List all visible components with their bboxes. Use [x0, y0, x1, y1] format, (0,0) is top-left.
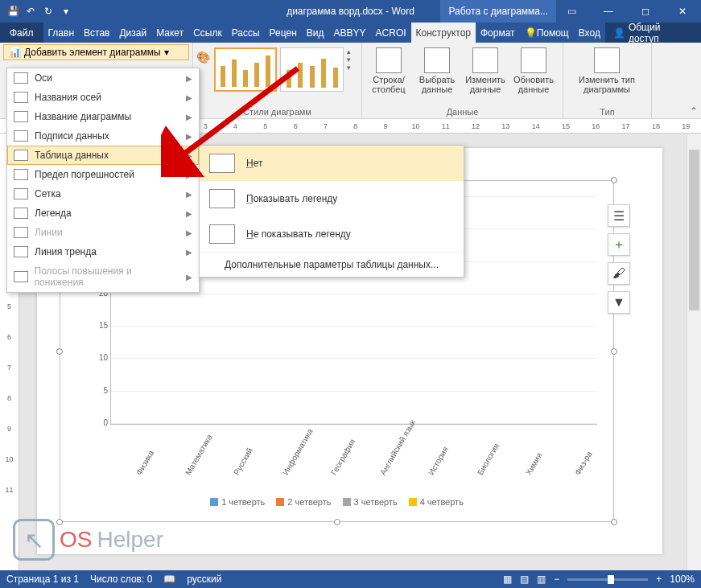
chart-layout-button[interactable]: ☰ — [608, 204, 630, 227]
color-swatch-icon[interactable]: 🎨 — [196, 51, 211, 64]
chart-legend: 1 четверть2 четверть3 четверть4 четверть — [68, 497, 605, 507]
submenu-item[interactable]: Нет — [200, 146, 464, 181]
sign-in[interactable]: Вход — [574, 23, 605, 43]
styles-more-icon[interactable]: ▾ — [347, 64, 358, 72]
tab-acrobat[interactable]: ACROI — [371, 23, 411, 43]
chart-style-button[interactable]: 🖌 — [608, 262, 630, 285]
menu-item-icon — [14, 72, 28, 84]
menu-item-label: Название диаграммы — [35, 111, 131, 122]
menu-item[interactable]: Линия тренда▶ — [7, 242, 199, 261]
submenu-arrow-icon: ▶ — [186, 171, 192, 179]
menu-item-icon — [14, 150, 28, 161]
tab-view[interactable]: Вид — [302, 23, 329, 43]
collapse-ribbon-icon[interactable]: ⌃ — [690, 105, 698, 117]
menu-item-label: Легенда — [35, 208, 72, 219]
menu-item[interactable]: Сетка▶ — [7, 184, 199, 204]
data-table-submenu: НетПоказывать легендуНе показывать леген… — [199, 145, 464, 278]
vertical-scrollbar[interactable] — [687, 134, 701, 570]
close-icon[interactable]: ✕ — [664, 0, 701, 23]
menu-item[interactable]: Таблица данных▶ — [7, 146, 199, 165]
redo-icon[interactable]: ↻ — [42, 5, 55, 18]
zoom-in-icon[interactable]: + — [656, 574, 662, 585]
qat-more-icon[interactable]: ▾ — [60, 5, 72, 18]
maximize-icon[interactable]: ◻ — [627, 0, 664, 23]
zoom-out-icon[interactable]: − — [554, 574, 559, 585]
ribbon-tabs: Файл Главн Встав Дизай Макет Ссылк Рассы… — [0, 23, 701, 43]
submenu-item-icon — [209, 224, 235, 244]
menu-item: Линии▶ — [7, 223, 199, 242]
submenu-arrow-icon: ▶ — [186, 228, 192, 237]
chart-element-icon: 📊 — [9, 47, 21, 58]
submenu-item[interactable]: Показывать легенду — [200, 181, 464, 216]
chart-floating-buttons: ☰ ＋ 🖌 ▼ — [608, 204, 630, 314]
menu-item[interactable]: Предел погрешностей▶ — [7, 165, 199, 184]
web-layout-icon[interactable]: ▥ — [537, 574, 546, 585]
quick-access-toolbar: 💾 ↶ ↻ ▾ — [0, 5, 79, 18]
menu-item-label: Сетка — [35, 188, 61, 199]
change-chart-type-button[interactable]: Изменить тип диаграммы — [567, 47, 647, 94]
menu-item-label: Предел погрешностей — [35, 169, 134, 180]
submenu-arrow-icon: ▶ — [186, 248, 192, 257]
tab-constructor[interactable]: Конструктор — [411, 23, 476, 43]
save-icon[interactable]: 💾 — [6, 5, 19, 18]
edit-data-button[interactable]: Изменить данные — [462, 47, 509, 94]
switch-row-column-button[interactable]: Строка/ столбец — [365, 47, 412, 94]
word-count[interactable]: Число слов: 0 — [90, 574, 152, 585]
chart-add-button[interactable]: ＋ — [608, 233, 630, 256]
add-element-menu: Оси▶Названия осей▶Название диаграммы▶Под… — [6, 68, 200, 293]
group-label-data: Данные — [365, 105, 559, 118]
refresh-data-button[interactable]: Обновить данные — [510, 47, 557, 94]
tab-layout[interactable]: Макет — [151, 23, 188, 43]
menu-item-icon — [14, 130, 28, 142]
cursor-icon: ↖ — [13, 519, 55, 561]
tab-references[interactable]: Ссылк — [188, 23, 227, 43]
menu-item-label: Полосы повышения и понижения — [35, 265, 179, 288]
read-mode-icon[interactable]: ▦ — [503, 574, 512, 585]
tab-format[interactable]: Формат — [476, 23, 520, 43]
menu-item[interactable]: Легенда▶ — [7, 204, 199, 223]
tab-insert[interactable]: Встав — [79, 23, 114, 43]
menu-item-icon — [14, 188, 28, 199]
tab-file[interactable]: Файл — [0, 23, 43, 43]
tab-design[interactable]: Дизай — [114, 23, 151, 43]
tab-home[interactable]: Главн — [43, 23, 80, 43]
submenu-arrow-icon: ▶ — [186, 273, 192, 282]
submenu-arrow-icon: ▶ — [186, 209, 192, 218]
chart-style-2[interactable] — [280, 47, 344, 92]
menu-item[interactable]: Название диаграммы▶ — [7, 107, 199, 126]
select-data-button[interactable]: Выбрать данные — [414, 47, 460, 94]
share-button[interactable]: 👤 Общий доступ — [605, 23, 701, 43]
menu-item-icon — [14, 246, 28, 257]
language[interactable]: русский — [187, 574, 221, 585]
menu-item-label: Подписи данных — [35, 130, 109, 142]
styles-up-icon[interactable]: ▴ — [347, 47, 358, 56]
group-label-type: Тип — [567, 105, 648, 118]
submenu-more-options[interactable]: Дополнительные параметры таблицы данных.… — [200, 252, 464, 277]
undo-icon[interactable]: ↶ — [24, 5, 37, 18]
tell-me[interactable]: 💡 Помощ — [520, 23, 574, 43]
add-chart-element-button[interactable]: 📊 Добавить элемент диаграммы ▾ — [3, 44, 189, 60]
page-indicator[interactable]: Страница 1 из 1 — [6, 574, 79, 585]
submenu-item[interactable]: Не показывать легенду — [200, 216, 464, 252]
menu-item-icon — [14, 227, 28, 238]
chart-filter-button[interactable]: ▼ — [608, 291, 630, 314]
proofing-icon[interactable]: 📖 — [163, 574, 175, 585]
print-layout-icon[interactable]: ▤ — [520, 574, 529, 585]
zoom-slider[interactable] — [567, 578, 648, 581]
styles-down-icon[interactable]: ▾ — [347, 56, 358, 64]
tab-abbyy[interactable]: ABBYY — [329, 23, 371, 43]
menu-item[interactable]: Оси▶ — [7, 68, 199, 88]
submenu-arrow-icon: ▶ — [186, 93, 192, 102]
menu-item[interactable]: Названия осей▶ — [7, 88, 199, 107]
tab-review[interactable]: Рецен — [265, 23, 302, 43]
menu-item-icon — [14, 92, 28, 103]
zoom-level[interactable]: 100% — [670, 574, 695, 585]
tab-mailings[interactable]: Рассы — [227, 23, 265, 43]
menu-item-icon — [14, 111, 28, 122]
chart-style-1[interactable] — [214, 47, 278, 92]
submenu-arrow-icon: ▶ — [186, 190, 192, 199]
ribbon-options-icon[interactable]: ▭ — [553, 0, 590, 23]
submenu-item-icon — [209, 189, 235, 208]
minimize-icon[interactable]: ― — [590, 0, 627, 23]
menu-item[interactable]: Подписи данных▶ — [7, 126, 199, 146]
